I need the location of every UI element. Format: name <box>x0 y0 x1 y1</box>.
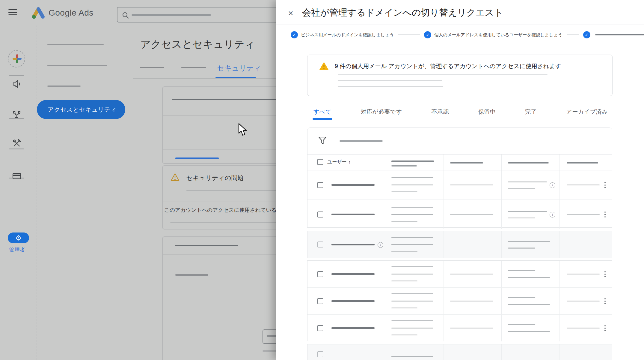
requests-table: ユーザー↑ ii <box>307 128 612 228</box>
row-checkbox[interactable] <box>317 271 323 277</box>
admin-nav-item[interactable]: ⚙ <box>8 232 29 243</box>
row-checkbox[interactable] <box>317 298 323 304</box>
icon-rail: ⚙ 管理者 <box>0 26 37 360</box>
table-row[interactable] <box>307 261 612 288</box>
nav-item-skeleton[interactable] <box>47 65 107 66</box>
row-checkbox[interactable] <box>317 351 323 357</box>
step-label-skeleton <box>595 34 644 35</box>
warning-icon <box>171 173 180 182</box>
stepper: ✓ビジネス用メールのドメインを確認しましょう✓個人のメールアドレスを使用している… <box>276 25 644 45</box>
row-checkbox[interactable] <box>317 212 323 218</box>
menu-icon[interactable] <box>8 9 17 15</box>
search-icon <box>122 11 129 20</box>
select-all-checkbox[interactable] <box>317 159 323 165</box>
goals-trophy-icon[interactable] <box>12 110 22 119</box>
info-icon[interactable]: i <box>550 212 555 218</box>
nav-item-access-security-selected[interactable]: アクセスとセキュリティ <box>37 100 125 119</box>
table-row[interactable]: i <box>307 170 612 200</box>
billing-card-icon[interactable] <box>12 171 22 181</box>
tab-skeleton[interactable] <box>140 67 164 68</box>
table-row[interactable]: i <box>307 200 612 229</box>
info-icon[interactable]: i <box>550 182 555 188</box>
table-row[interactable] <box>307 315 612 341</box>
table-header: ユーザー↑ <box>307 154 612 170</box>
tab-完了[interactable]: 完了 <box>525 108 537 118</box>
admin-label: 管理者 <box>9 246 25 253</box>
settings-card <box>162 86 276 164</box>
search-input[interactable] <box>117 7 276 22</box>
security-issues-text: このアカウントへのアクセスに使用されている個 <box>164 206 276 214</box>
filter-skeleton <box>340 140 383 142</box>
warning-text: 9 件の個人用メール アカウントが、管理するアカウントへのアクセスに使用されます <box>335 62 561 70</box>
campaigns-megaphone-icon[interactable] <box>12 79 22 89</box>
step-label: 個人のメールアドレスを使用しているユーザーを確認しましょう <box>434 32 562 38</box>
table-row[interactable]: i <box>307 231 612 258</box>
table-section-3 <box>307 344 612 360</box>
search-placeholder-skeleton <box>132 14 211 16</box>
kebab-menu-icon[interactable] <box>604 182 606 189</box>
table-section-2 <box>307 260 612 341</box>
step-check-icon: ✓ <box>291 31 298 38</box>
row-checkbox[interactable] <box>317 242 323 248</box>
table-row[interactable] <box>307 288 612 315</box>
tab-保留中[interactable]: 保留中 <box>478 108 496 118</box>
step-check-icon: ✓ <box>583 31 590 38</box>
steps-row: ✓ビジネス用メールのドメインを確認しましょう✓個人のメールアドレスを使用している… <box>291 31 644 38</box>
table-section-1: i <box>307 231 612 258</box>
security-issues-card: セキュリティの問題 このアカウントへのアクセスに使用されている個 <box>162 165 276 230</box>
kebab-menu-icon[interactable] <box>604 298 606 305</box>
page-title: アクセスとセキュリティ <box>140 38 255 51</box>
google-ads-logo-icon <box>29 6 46 20</box>
security-issues-title: セキュリティの問題 <box>186 174 244 182</box>
sort-ascending-icon: ↑ <box>349 159 351 164</box>
tools-icon[interactable] <box>12 139 22 148</box>
create-button[interactable] <box>8 50 25 68</box>
nav-item-skeleton[interactable] <box>47 86 81 87</box>
column-header-user[interactable]: ユーザー↑ <box>327 159 351 165</box>
app-title: Google Ads <box>49 8 93 18</box>
nav-item-skeleton[interactable] <box>47 44 104 45</box>
row-checkbox[interactable] <box>317 325 323 331</box>
close-icon[interactable]: × <box>285 7 297 19</box>
filter-icon[interactable] <box>318 136 327 147</box>
gear-icon: ⚙ <box>15 235 22 242</box>
request-tabs: すべて対応が必要です不承認保留中完了アーカイブ済み <box>313 108 608 117</box>
warning-card: 9 件の個人用メール アカウントが、管理するアカウントへのアクセスに使用されます <box>307 55 613 96</box>
tab-skeleton[interactable] <box>181 67 206 68</box>
tab-security[interactable]: セキュリティ <box>217 63 261 73</box>
table-row[interactable] <box>307 344 612 360</box>
users-card <box>162 236 276 360</box>
step-check-icon: ✓ <box>424 31 431 38</box>
step-label: ビジネス用メールのドメインを確認しましょう <box>301 32 394 38</box>
link-skeleton[interactable] <box>175 158 219 159</box>
step-connector <box>567 34 579 35</box>
filter-bar <box>307 128 612 154</box>
domain-switch-request-panel: × 会社が管理するドメインへの切り替えリクエスト ✓ビジネス用メールのドメインを… <box>276 0 644 360</box>
panel-title: 会社が管理するドメインへの切り替えリクエスト <box>302 7 503 19</box>
secondary-nav: アクセスとセキュリティ <box>37 26 127 360</box>
table-section-0: ii <box>307 170 612 229</box>
tab-すべて[interactable]: すべて <box>313 108 331 118</box>
tab-不承認[interactable]: 不承認 <box>432 108 449 118</box>
mouse-cursor <box>238 123 248 138</box>
step-connector <box>398 34 420 35</box>
kebab-menu-icon[interactable] <box>604 325 606 332</box>
kebab-menu-icon[interactable] <box>604 271 606 278</box>
warning-triangle-icon <box>319 62 328 71</box>
tab-対応が必要です[interactable]: 対応が必要です <box>361 108 402 118</box>
row-checkbox[interactable] <box>317 182 323 188</box>
dropdown-skeleton[interactable] <box>263 329 276 344</box>
kebab-menu-icon[interactable] <box>604 212 606 219</box>
info-icon[interactable]: i <box>378 242 383 248</box>
main-content: アクセスとセキュリティ セキュリティ セキュリティの問題 <box>127 26 276 360</box>
tab-アーカイブ済み[interactable]: アーカイブ済み <box>566 108 608 118</box>
google-ads-app-background: Google Ads <box>0 0 276 360</box>
